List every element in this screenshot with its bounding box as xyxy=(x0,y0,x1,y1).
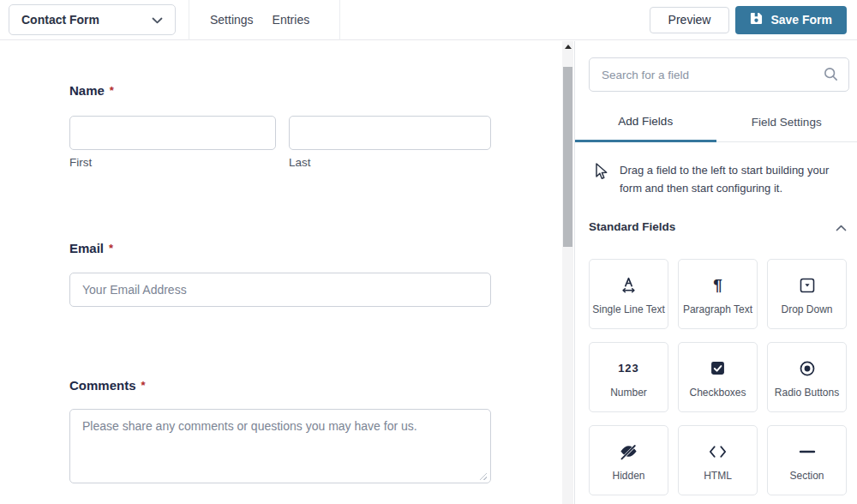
number-icon: 123 xyxy=(618,357,639,380)
form-selector-dropdown[interactable]: Contact Form xyxy=(9,4,176,35)
email-field-label: Email xyxy=(69,241,104,255)
comments-field-label: Comments xyxy=(69,378,136,393)
search-icon xyxy=(823,66,839,86)
required-asterisk: * xyxy=(110,84,114,97)
standard-fields-header[interactable]: Standard Fields xyxy=(589,219,847,235)
tab-settings[interactable]: Settings xyxy=(210,13,254,27)
field-button-single-line-text[interactable]: Single Line Text xyxy=(589,259,668,329)
standard-fields-title: Standard Fields xyxy=(589,220,675,233)
form-selector-label: Contact Form xyxy=(21,13,99,27)
drag-hint: Drag a field to the left to start buildi… xyxy=(575,162,857,198)
main-area: Name* First Last Email* Comments* xyxy=(0,41,857,504)
last-name-input[interactable] xyxy=(289,116,491,150)
chevron-up-icon xyxy=(836,219,847,235)
save-button-label: Save Form xyxy=(770,13,832,27)
email-input[interactable] xyxy=(69,273,491,307)
email-field-block[interactable]: Email* xyxy=(69,241,562,307)
name-field-block[interactable]: Name* First Last xyxy=(69,83,562,169)
save-floppy-icon xyxy=(750,12,763,27)
section-icon xyxy=(799,441,816,463)
name-inputs-row: First Last xyxy=(69,116,491,169)
field-button-label: Section xyxy=(789,470,824,482)
field-button-label: Hidden xyxy=(612,470,644,482)
field-button-number[interactable]: 123 Number xyxy=(589,342,668,412)
radio-buttons-icon xyxy=(798,357,817,380)
field-button-html[interactable]: HTML xyxy=(678,425,758,495)
field-button-paragraph-text[interactable]: ¶ Paragraph Text xyxy=(678,259,758,329)
last-name-sublabel: Last xyxy=(289,156,491,169)
required-asterisk: * xyxy=(109,242,113,255)
field-grid: Single Line Text ¶ Paragraph Text Drop D… xyxy=(589,259,847,495)
field-button-label: Single Line Text xyxy=(592,303,665,315)
paragraph-text-icon: ¶ xyxy=(713,274,722,297)
search-input[interactable] xyxy=(589,57,849,92)
hidden-icon xyxy=(619,441,638,463)
comments-field-block[interactable]: Comments* xyxy=(69,378,562,483)
scrollbar-up-arrow-icon[interactable] xyxy=(565,45,572,49)
email-field-label-row: Email* xyxy=(69,241,562,256)
field-button-section[interactable]: Section xyxy=(767,425,847,495)
preview-button[interactable]: Preview xyxy=(650,7,730,33)
first-name-sublabel: First xyxy=(69,156,276,169)
last-name-column: Last xyxy=(289,116,491,169)
field-button-label: HTML xyxy=(704,470,732,482)
chevron-down-icon xyxy=(152,12,163,27)
field-button-label: Checkboxes xyxy=(689,387,746,399)
comments-textarea[interactable] xyxy=(69,409,491,483)
topbar-divider xyxy=(339,0,340,40)
tab-entries[interactable]: Entries xyxy=(273,13,310,27)
field-button-label: Paragraph Text xyxy=(683,303,752,315)
html-icon xyxy=(708,441,728,463)
cursor-arrow-icon xyxy=(592,162,608,198)
single-line-text-icon xyxy=(619,274,638,297)
fields-sidebar: Add Fields Field Settings Drag a field t… xyxy=(574,41,857,504)
field-button-checkboxes[interactable]: Checkboxes xyxy=(678,342,758,412)
field-button-radio-buttons[interactable]: Radio Buttons xyxy=(767,342,847,412)
canvas-scrollbar[interactable] xyxy=(562,41,573,504)
tab-field-settings[interactable]: Field Settings xyxy=(716,103,857,142)
name-field-label: Name xyxy=(69,83,105,98)
form-canvas: Name* First Last Email* Comments* xyxy=(0,41,562,504)
tab-add-fields[interactable]: Add Fields xyxy=(575,103,716,142)
drop-down-icon xyxy=(798,274,817,297)
drag-hint-text: Drag a field to the left to start buildi… xyxy=(620,162,836,198)
save-form-button[interactable]: Save Form xyxy=(735,6,847,34)
required-asterisk: * xyxy=(141,379,146,392)
field-button-label: Radio Buttons xyxy=(775,387,839,399)
topbar-divider xyxy=(189,0,189,40)
scrollbar-thumb[interactable] xyxy=(563,67,572,247)
comments-field-label-row: Comments* xyxy=(69,378,562,393)
field-search xyxy=(589,57,849,92)
sidebar-tabs: Add Fields Field Settings xyxy=(575,103,857,142)
name-field-label-row: Name* xyxy=(69,83,562,99)
field-button-label: Drop Down xyxy=(781,303,832,315)
field-button-label: Number xyxy=(610,387,647,399)
checkboxes-icon xyxy=(709,357,727,380)
first-name-column: First xyxy=(69,116,276,169)
topbar: Contact Form Settings Entries Preview Sa… xyxy=(0,0,857,40)
first-name-input[interactable] xyxy=(69,116,276,150)
field-button-drop-down[interactable]: Drop Down xyxy=(767,259,847,329)
field-button-hidden[interactable]: Hidden xyxy=(589,425,668,495)
